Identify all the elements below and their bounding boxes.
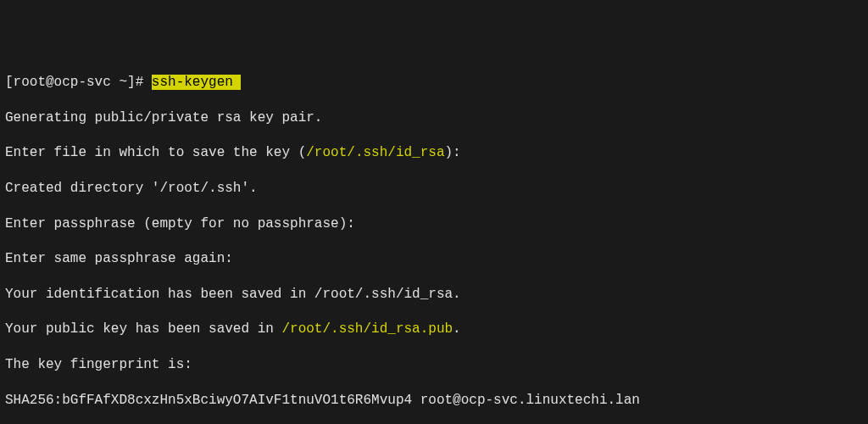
output-line: Enter same passphrase again: (5, 250, 863, 268)
output-line: Created directory '/root/.ssh'. (5, 180, 863, 198)
output-line: Enter file in which to save the key (/ro… (5, 144, 863, 162)
fingerprint-line: SHA256:bGfFAfXD8cxzHn5xBciwyO7AIvF1tnuVO… (5, 392, 863, 410)
output-line: Generating public/private rsa key pair. (5, 109, 863, 127)
output-text: . (453, 321, 461, 337)
output-line: Enter passphrase (empty for no passphras… (5, 215, 863, 233)
output-text: Enter file in which to save the key ( (5, 145, 306, 160)
output-line: Your public key has been saved in /root/… (5, 321, 863, 338)
key-path: /root/.ssh/id_rsa (306, 145, 444, 160)
typed-command: ssh-keygen (152, 75, 242, 90)
output-text: Your public key has been saved in (5, 321, 281, 337)
prompt-line[interactable]: [root@ocp-svc ~]# ssh-keygen (5, 74, 863, 92)
shell-prompt: [root@ocp-svc ~]# (5, 75, 152, 90)
output-line: The key fingerprint is: (5, 356, 863, 374)
output-line: Your identification has been saved in /r… (5, 286, 863, 304)
pubkey-path: /root/.ssh/id_rsa.pub (281, 321, 453, 337)
output-text: ): (445, 145, 461, 160)
